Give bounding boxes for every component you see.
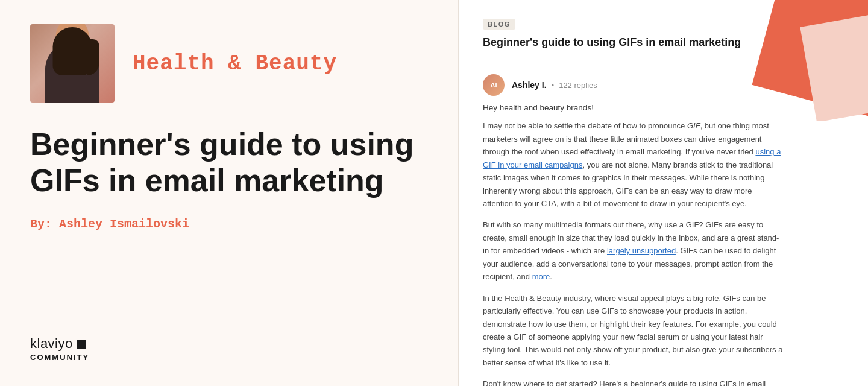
unsupported-link[interactable]: largely unsupported	[607, 246, 676, 255]
paragraph-2: But with so many multimedia formats out …	[483, 218, 784, 283]
commenter-avatar: AI	[483, 74, 505, 96]
right-article-title: Beginner's guide to using GIFs in email …	[483, 36, 784, 62]
dot-separator: •	[552, 81, 555, 90]
author-byline: By: Ashley Ismailovski	[30, 217, 428, 231]
commenter-name: Ashley I.	[512, 80, 547, 90]
gif-campaigns-link[interactable]: using a GIF in your email campaigns	[483, 147, 781, 169]
author-avatar	[30, 24, 115, 103]
klaviyo-wordmark: klaviyo	[30, 336, 73, 352]
left-panel: Health & Beauty Beginner's guide to usin…	[0, 0, 458, 386]
community-text: COMMUNITY	[30, 353, 428, 362]
comment-replies: 122 replies	[559, 81, 597, 90]
right-content: BLOG Beginner's guide to using GIFs in e…	[459, 0, 808, 386]
paragraph-1: I may not be able to settle the debate o…	[483, 119, 784, 210]
commenter-initials: AI	[491, 81, 497, 89]
blog-badge: BLOG	[483, 19, 515, 30]
category-title: Health & Beauty	[133, 51, 337, 76]
paragraph-3: In the Health & Beauty industry, where v…	[483, 292, 784, 370]
klaviyo-branding: klaviyo ◼ COMMUNITY	[30, 312, 428, 362]
comment-header: AI Ashley I. • 122 replies	[483, 74, 784, 96]
commenter-info: Ashley I. • 122 replies	[512, 80, 597, 90]
klaviyo-icon: ◼	[75, 336, 86, 352]
author-section: Health & Beauty	[30, 24, 428, 103]
article-title: Beginner's guide to using GIFs in email …	[30, 127, 428, 199]
greeting-text: Hey health and beauty brands!	[483, 103, 784, 112]
more-link[interactable]: more	[532, 272, 550, 281]
klaviyo-logo: klaviyo ◼	[30, 336, 428, 352]
paragraph-4: Don't know where to get started? Here's …	[483, 378, 784, 386]
deco-shape-light	[800, 10, 868, 121]
right-panel: BLOG Beginner's guide to using GIFs in e…	[458, 0, 868, 386]
